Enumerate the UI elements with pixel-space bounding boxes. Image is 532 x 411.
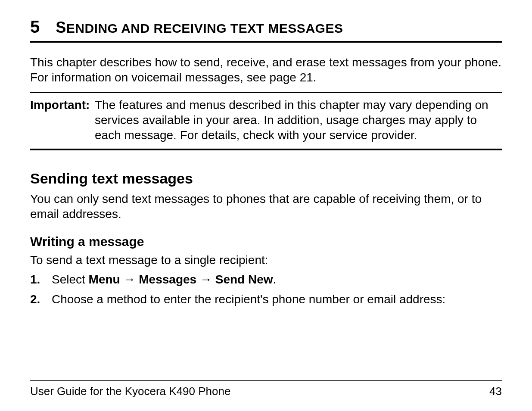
footer-title: User Guide for the Kyocera K490 Phone [30, 385, 230, 398]
important-label: Important: [30, 97, 95, 143]
menu-path-messages: Messages [139, 273, 196, 286]
chapter-title-first: S [56, 19, 66, 36]
subsection-lead: To send a text message to a single recip… [30, 252, 502, 268]
footer-page-number: 43 [489, 385, 502, 398]
menu-path-sendnew: Send New [215, 273, 273, 286]
menu-path-menu: Menu [89, 273, 120, 286]
important-text: The features and menus described in this… [95, 97, 502, 143]
step-number: 1. [30, 272, 52, 287]
arrow-icon: → [196, 273, 215, 286]
step-item: 2. Choose a method to enter the recipien… [30, 292, 502, 307]
subsection-heading-writing: Writing a message [30, 234, 502, 249]
arrow-icon: → [120, 273, 139, 286]
step-text: Select Menu → Messages → Send New. [52, 272, 502, 287]
step-number: 2. [30, 292, 52, 307]
step1-pre: Select [52, 273, 89, 286]
intro-paragraph: This chapter describes how to send, rece… [30, 55, 502, 85]
step1-post: . [273, 273, 277, 286]
step-item: 1. Select Menu → Messages → Send New. [30, 272, 502, 287]
document-page: 5 SENDING AND RECEIVING TEXT MESSAGES Th… [0, 0, 532, 411]
chapter-title-rest: ENDING AND RECEIVING TEXT MESSAGES [66, 21, 343, 35]
chapter-title: SENDING AND RECEIVING TEXT MESSAGES [56, 19, 343, 37]
page-footer: User Guide for the Kyocera K490 Phone 43 [30, 380, 502, 398]
important-note: Important: The features and menus descri… [30, 92, 502, 150]
chapter-heading: 5 SENDING AND RECEIVING TEXT MESSAGES [30, 17, 502, 43]
step-text: Choose a method to enter the recipient's… [52, 292, 502, 307]
chapter-number: 5 [30, 17, 40, 37]
steps-list: 1. Select Menu → Messages → Send New. 2.… [30, 272, 502, 308]
section-heading-sending: Sending text messages [30, 170, 502, 187]
section-body-sending: You can only send text messages to phone… [30, 191, 502, 221]
